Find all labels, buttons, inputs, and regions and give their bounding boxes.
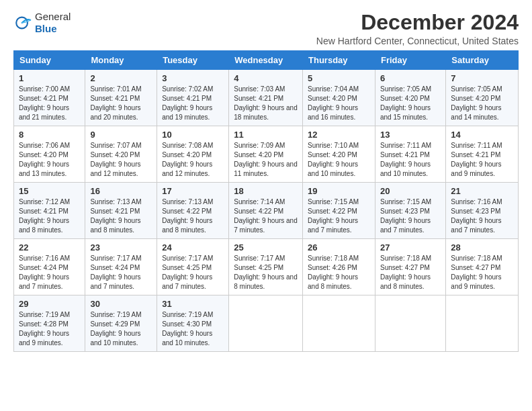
logo-general: General — [35, 11, 71, 23]
day-info: Sunrise: 7:12 AMSunset: 4:21 PMDaylight:… — [19, 197, 80, 235]
col-header-monday: Monday — [85, 51, 157, 70]
day-number: 21 — [451, 186, 513, 196]
calendar-cell: 21Sunrise: 7:16 AMSunset: 4:23 PMDayligh… — [446, 183, 519, 239]
month-title: December 2024 — [316, 11, 519, 34]
day-number: 18 — [234, 186, 298, 196]
day-info: Sunrise: 7:17 AMSunset: 4:25 PMDaylight:… — [162, 254, 224, 291]
calendar-cell: 31Sunrise: 7:19 AMSunset: 4:30 PMDayligh… — [157, 295, 229, 352]
calendar-cell: 6Sunrise: 7:05 AMSunset: 4:20 PMDaylight… — [375, 70, 445, 126]
logo: General Blue — [13, 11, 71, 35]
col-header-saturday: Saturday — [446, 51, 519, 70]
day-number: 11 — [234, 130, 298, 140]
day-info: Sunrise: 7:16 AMSunset: 4:24 PMDaylight:… — [19, 254, 80, 291]
day-number: 25 — [234, 242, 298, 253]
day-info: Sunrise: 7:17 AMSunset: 4:25 PMDaylight:… — [234, 254, 298, 291]
calendar-cell: 19Sunrise: 7:15 AMSunset: 4:22 PMDayligh… — [303, 183, 375, 239]
day-number: 30 — [90, 299, 152, 309]
day-number: 3 — [162, 73, 224, 83]
calendar-cell: 11Sunrise: 7:09 AMSunset: 4:20 PMDayligh… — [229, 126, 303, 183]
day-number: 16 — [90, 186, 152, 196]
col-header-friday: Friday — [375, 51, 445, 70]
day-number: 24 — [162, 242, 224, 253]
calendar-cell: 15Sunrise: 7:12 AMSunset: 4:21 PMDayligh… — [14, 183, 85, 239]
day-number: 27 — [380, 242, 441, 253]
logo-icon — [13, 13, 32, 32]
calendar-cell: 14Sunrise: 7:11 AMSunset: 4:21 PMDayligh… — [446, 126, 519, 183]
calendar-cell — [229, 295, 303, 352]
week-row: 22Sunrise: 7:16 AMSunset: 4:24 PMDayligh… — [14, 239, 519, 295]
calendar-cell: 1Sunrise: 7:00 AMSunset: 4:21 PMDaylight… — [14, 70, 85, 126]
location: New Hartford Center, Connecticut, United… — [316, 36, 519, 46]
day-info: Sunrise: 7:13 AMSunset: 4:22 PMDaylight:… — [162, 197, 224, 235]
day-info: Sunrise: 7:11 AMSunset: 4:21 PMDaylight:… — [451, 141, 513, 179]
calendar-cell: 4Sunrise: 7:03 AMSunset: 4:21 PMDaylight… — [229, 70, 303, 126]
day-info: Sunrise: 7:00 AMSunset: 4:21 PMDaylight:… — [19, 85, 80, 122]
week-row: 8Sunrise: 7:06 AMSunset: 4:20 PMDaylight… — [14, 126, 519, 183]
day-number: 2 — [90, 73, 152, 83]
day-info: Sunrise: 7:18 AMSunset: 4:27 PMDaylight:… — [380, 254, 441, 291]
calendar-cell: 8Sunrise: 7:06 AMSunset: 4:20 PMDaylight… — [14, 126, 85, 183]
calendar-cell: 29Sunrise: 7:19 AMSunset: 4:28 PMDayligh… — [14, 295, 85, 352]
day-number: 7 — [451, 73, 513, 83]
calendar-cell: 20Sunrise: 7:15 AMSunset: 4:23 PMDayligh… — [375, 183, 445, 239]
calendar-cell: 28Sunrise: 7:18 AMSunset: 4:27 PMDayligh… — [446, 239, 519, 295]
calendar-cell — [303, 295, 375, 352]
calendar-cell: 23Sunrise: 7:17 AMSunset: 4:24 PMDayligh… — [85, 239, 157, 295]
day-number: 12 — [308, 130, 370, 140]
day-number: 10 — [162, 130, 224, 140]
col-header-wednesday: Wednesday — [229, 51, 303, 70]
day-info: Sunrise: 7:19 AMSunset: 4:28 PMDaylight:… — [19, 310, 80, 348]
day-number: 26 — [308, 242, 370, 253]
day-number: 6 — [380, 73, 441, 83]
day-number: 20 — [380, 186, 441, 196]
calendar-cell: 25Sunrise: 7:17 AMSunset: 4:25 PMDayligh… — [229, 239, 303, 295]
calendar-cell: 10Sunrise: 7:08 AMSunset: 4:20 PMDayligh… — [157, 126, 229, 183]
week-row: 1Sunrise: 7:00 AMSunset: 4:21 PMDaylight… — [14, 70, 519, 126]
logo-blue: Blue — [35, 23, 71, 35]
calendar-cell: 2Sunrise: 7:01 AMSunset: 4:21 PMDaylight… — [85, 70, 157, 126]
calendar-cell: 5Sunrise: 7:04 AMSunset: 4:20 PMDaylight… — [303, 70, 375, 126]
day-info: Sunrise: 7:02 AMSunset: 4:21 PMDaylight:… — [162, 85, 224, 122]
day-number: 9 — [90, 130, 152, 140]
day-info: Sunrise: 7:05 AMSunset: 4:20 PMDaylight:… — [380, 85, 441, 122]
day-number: 19 — [308, 186, 370, 196]
day-number: 15 — [19, 186, 80, 196]
day-number: 22 — [19, 242, 80, 253]
day-info: Sunrise: 7:18 AMSunset: 4:27 PMDaylight:… — [451, 254, 513, 291]
logo-text: General Blue — [35, 11, 71, 35]
day-info: Sunrise: 7:17 AMSunset: 4:24 PMDaylight:… — [90, 254, 152, 291]
calendar-cell: 26Sunrise: 7:18 AMSunset: 4:26 PMDayligh… — [303, 239, 375, 295]
day-info: Sunrise: 7:04 AMSunset: 4:20 PMDaylight:… — [308, 85, 370, 122]
calendar-cell: 9Sunrise: 7:07 AMSunset: 4:20 PMDaylight… — [85, 126, 157, 183]
title-block: December 2024 New Hartford Center, Conne… — [316, 11, 519, 46]
calendar-cell: 12Sunrise: 7:10 AMSunset: 4:20 PMDayligh… — [303, 126, 375, 183]
calendar-cell: 27Sunrise: 7:18 AMSunset: 4:27 PMDayligh… — [375, 239, 445, 295]
day-info: Sunrise: 7:10 AMSunset: 4:20 PMDaylight:… — [308, 141, 370, 179]
calendar-cell: 7Sunrise: 7:05 AMSunset: 4:20 PMDaylight… — [446, 70, 519, 126]
calendar-cell: 24Sunrise: 7:17 AMSunset: 4:25 PMDayligh… — [157, 239, 229, 295]
day-number: 31 — [162, 299, 224, 309]
header-row: SundayMondayTuesdayWednesdayThursdayFrid… — [14, 51, 519, 70]
day-info: Sunrise: 7:03 AMSunset: 4:21 PMDaylight:… — [234, 85, 298, 122]
day-info: Sunrise: 7:05 AMSunset: 4:20 PMDaylight:… — [451, 85, 513, 122]
day-info: Sunrise: 7:19 AMSunset: 4:30 PMDaylight:… — [162, 310, 224, 348]
day-info: Sunrise: 7:07 AMSunset: 4:20 PMDaylight:… — [90, 141, 152, 179]
calendar-cell: 3Sunrise: 7:02 AMSunset: 4:21 PMDaylight… — [157, 70, 229, 126]
week-row: 29Sunrise: 7:19 AMSunset: 4:28 PMDayligh… — [14, 295, 519, 352]
day-info: Sunrise: 7:01 AMSunset: 4:21 PMDaylight:… — [90, 85, 152, 122]
day-number: 28 — [451, 242, 513, 253]
day-info: Sunrise: 7:14 AMSunset: 4:22 PMDaylight:… — [234, 197, 298, 235]
calendar-cell: 17Sunrise: 7:13 AMSunset: 4:22 PMDayligh… — [157, 183, 229, 239]
day-info: Sunrise: 7:11 AMSunset: 4:21 PMDaylight:… — [380, 141, 441, 179]
day-number: 29 — [19, 299, 80, 309]
col-header-thursday: Thursday — [303, 51, 375, 70]
day-info: Sunrise: 7:09 AMSunset: 4:20 PMDaylight:… — [234, 141, 298, 179]
day-number: 14 — [451, 130, 513, 140]
day-number: 8 — [19, 130, 80, 140]
day-info: Sunrise: 7:19 AMSunset: 4:29 PMDaylight:… — [90, 310, 152, 348]
page-header: General Blue December 2024 New Hartford … — [13, 11, 519, 46]
calendar-cell — [375, 295, 445, 352]
calendar-table: SundayMondayTuesdayWednesdayThursdayFrid… — [13, 50, 519, 352]
day-number: 13 — [380, 130, 441, 140]
day-info: Sunrise: 7:15 AMSunset: 4:23 PMDaylight:… — [380, 197, 441, 235]
